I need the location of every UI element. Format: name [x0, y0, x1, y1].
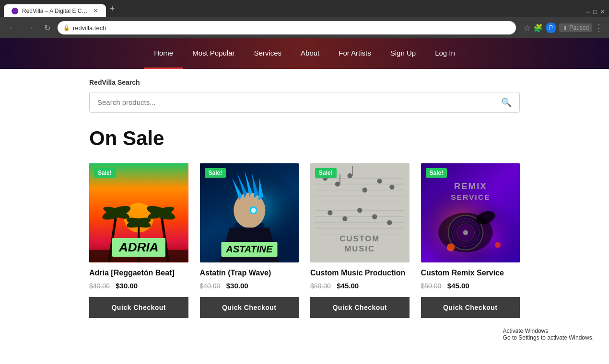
astatine-label: ASTATINE — [221, 242, 277, 257]
browser-action-buttons: ☆ 🧩 P ⏸ Paused ⋮ — [524, 23, 603, 33]
paused-button[interactable]: ⏸ Paused — [559, 23, 592, 32]
original-price-custom-music: $50.00 — [310, 282, 331, 290]
svg-point-36 — [335, 182, 340, 186]
adria-image-bg: ADRIA — [89, 163, 188, 262]
product-pricing-custom-music: $50.00 $45.00 — [310, 282, 410, 290]
product-image-custom-music[interactable]: CUSTOM MUSIC Sale! — [310, 163, 410, 262]
product-title-adria: Adria [Reggaetón Beat] — [89, 268, 188, 278]
nav-item-about[interactable]: About — [291, 38, 329, 69]
reload-button[interactable]: ↻ — [40, 21, 54, 34]
product-card-custom-music: CUSTOM MUSIC Sale! Custom Music Producti… — [310, 163, 410, 318]
nav-link-for-artists[interactable]: For Artists — [329, 38, 381, 68]
checkout-button-adria[interactable]: Quick Checkout — [89, 297, 188, 318]
svg-point-37 — [347, 173, 352, 178]
sale-badge-custom-remix: Sale! — [426, 168, 447, 178]
svg-text:SERVICE: SERVICE — [451, 193, 490, 201]
address-bar[interactable]: 🔒 redvilla.tech — [58, 21, 516, 34]
adria-label: ADRIA — [112, 238, 165, 257]
maximize-button[interactable]: □ — [593, 8, 597, 15]
nav-link-sign-up[interactable]: Sign Up — [381, 38, 425, 68]
product-image-astatine[interactable]: ASTATINE Sale! — [200, 163, 299, 262]
svg-text:MUSIC: MUSIC — [344, 244, 375, 253]
nav-link-services[interactable]: Services — [245, 38, 292, 68]
section-title: On Sale — [89, 127, 520, 150]
nav-item-for-artists[interactable]: For Artists — [329, 38, 381, 69]
close-window-button[interactable]: ✕ — [600, 8, 605, 15]
sale-price-custom-remix: $45.00 — [447, 282, 469, 290]
tab-close-button[interactable]: ✕ — [93, 7, 98, 14]
svg-point-42 — [342, 216, 347, 221]
original-price-adria: $40.00 — [89, 282, 110, 290]
sale-badge-astatine: Sale! — [205, 168, 226, 178]
svg-point-61 — [446, 243, 455, 251]
svg-text:REMIX: REMIX — [454, 181, 487, 191]
nav-item-sign-up[interactable]: Sign Up — [381, 38, 425, 69]
minimize-button[interactable]: ─ — [586, 8, 590, 15]
original-price-astatine: $40.00 — [200, 282, 221, 290]
checkout-button-custom-remix[interactable]: Quick Checkout — [421, 297, 520, 318]
site-navigation: Home Most Popular Services About For Art… — [0, 38, 609, 69]
lock-icon: 🔒 — [63, 25, 70, 31]
product-card-custom-remix: REMIX SERVICE Sale! Custom Remix Service… — [421, 163, 520, 318]
sale-price-astatine: $30.00 — [226, 282, 248, 290]
svg-point-43 — [357, 208, 362, 213]
nav-links-list: Home Most Popular Services About For Art… — [144, 38, 465, 69]
nav-link-log-in[interactable]: Log In — [425, 38, 465, 68]
sale-price-adria: $30.00 — [116, 282, 138, 290]
search-button[interactable]: 🔍 — [493, 92, 519, 112]
profile-button[interactable]: P — [546, 23, 556, 33]
products-grid: ADRIA Sale! Adria [Reggaetón Beat] $40.0… — [89, 163, 520, 318]
astatine-image-bg: ASTATINE — [200, 163, 299, 262]
search-input[interactable] — [90, 92, 493, 112]
sale-badge-custom-music: Sale! — [315, 168, 337, 178]
svg-point-39 — [377, 179, 382, 183]
url-display: redvilla.tech — [73, 24, 106, 32]
search-label: RedVilla Search — [89, 79, 520, 86]
nav-item-log-in[interactable]: Log In — [425, 38, 465, 69]
new-tab-button[interactable]: + — [106, 4, 119, 14]
custom-music-image-bg: CUSTOM MUSIC — [310, 163, 410, 262]
svg-point-57 — [463, 230, 468, 235]
search-box: 🔍 — [89, 92, 520, 113]
nav-link-most-popular[interactable]: Most Popular — [183, 38, 244, 68]
active-browser-tab[interactable]: RedVilla – A Digital E Commerce... ✕ — [4, 4, 106, 17]
product-image-adria[interactable]: ADRIA Sale! — [89, 163, 188, 262]
product-pricing-custom-remix: $50.00 $45.00 — [421, 282, 520, 290]
product-image-custom-remix[interactable]: REMIX SERVICE Sale! — [421, 163, 520, 262]
product-pricing-astatine: $40.00 $30.00 — [200, 282, 299, 290]
svg-text:CUSTOM: CUSTOM — [340, 234, 380, 243]
svg-point-45 — [387, 220, 392, 225]
remix-svg: REMIX SERVICE — [421, 163, 520, 262]
nav-item-most-popular[interactable]: Most Popular — [183, 38, 244, 69]
music-sheet-svg: CUSTOM MUSIC — [310, 163, 410, 262]
menu-button[interactable]: ⋮ — [595, 23, 603, 33]
extensions-button[interactable]: 🧩 — [533, 23, 543, 33]
sale-price-custom-music: $45.00 — [337, 282, 359, 290]
sale-badge-adria: Sale! — [94, 168, 116, 178]
nav-link-home[interactable]: Home — [144, 38, 183, 69]
svg-point-40 — [389, 184, 394, 189]
nav-item-home[interactable]: Home — [144, 38, 183, 69]
svg-point-41 — [328, 210, 332, 215]
nav-item-services[interactable]: Services — [245, 38, 292, 69]
forward-button[interactable]: → — [23, 21, 36, 34]
address-bar-row: ← → ↻ 🔒 redvilla.tech ☆ 🧩 P ⏸ Paused ⋮ — [0, 17, 609, 38]
browser-tabs-bar: RedVilla – A Digital E Commerce... ✕ + ─… — [0, 0, 609, 17]
back-button[interactable]: ← — [6, 21, 19, 34]
svg-point-62 — [494, 242, 500, 248]
product-title-astatine: Astatin (Trap Wave) — [200, 268, 299, 278]
product-title-custom-remix: Custom Remix Service — [421, 268, 520, 278]
product-card-astatine: ASTATINE Sale! Astatin (Trap Wave) $40.0… — [200, 163, 299, 318]
checkout-button-astatine[interactable]: Quick Checkout — [200, 297, 299, 318]
product-title-custom-music: Custom Music Production — [310, 268, 410, 278]
search-icon: 🔍 — [501, 98, 512, 107]
site-wrapper: Home Most Popular Services About For Art… — [0, 38, 609, 328]
tab-favicon — [12, 8, 18, 14]
tab-title: RedVilla – A Digital E Commerce... — [22, 8, 89, 14]
svg-point-44 — [372, 214, 377, 219]
bookmark-button[interactable]: ☆ — [524, 23, 530, 33]
main-content: On Sale — [0, 117, 609, 328]
custom-remix-image-bg: REMIX SERVICE — [421, 163, 520, 262]
checkout-button-custom-music[interactable]: Quick Checkout — [310, 297, 410, 318]
nav-link-about[interactable]: About — [291, 38, 329, 68]
